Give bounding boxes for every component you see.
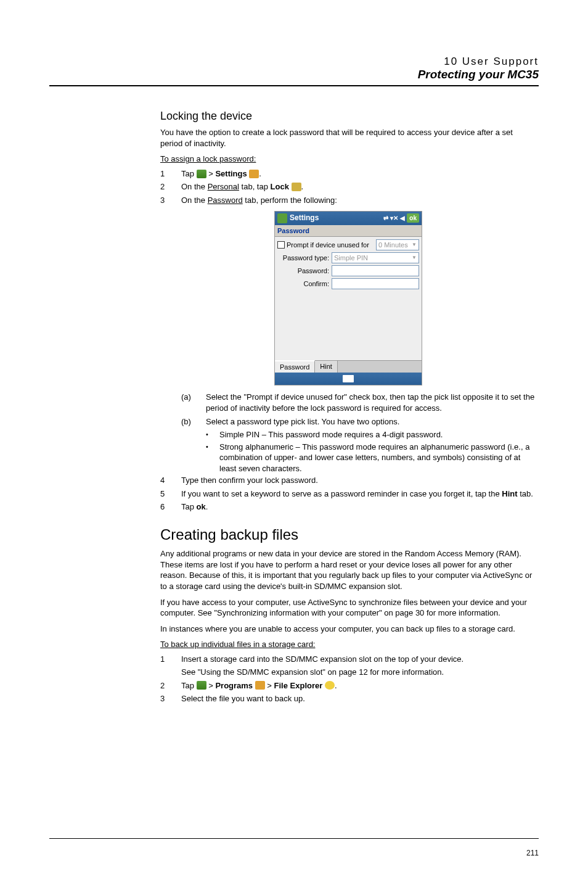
dropdown-arrow-icon: ▼ bbox=[412, 255, 417, 262]
step-number: 1 bbox=[160, 168, 181, 179]
substep-text: Select the "Prompt if device unused for"… bbox=[206, 392, 536, 413]
step-text: Insert a storage card into the SD/MMC ex… bbox=[181, 654, 536, 678]
confirm-input[interactable] bbox=[332, 278, 419, 289]
connectivity-icon: ⇄ bbox=[383, 214, 388, 223]
header-title: Protecting your MC35 bbox=[49, 68, 539, 81]
tab-password[interactable]: Password bbox=[275, 360, 315, 373]
wm-tray: ⇄ ▾✕ ◀ ok bbox=[383, 213, 419, 223]
step-number: 3 bbox=[160, 195, 181, 206]
backup-para1: Any additional programs or new data in y… bbox=[160, 548, 536, 591]
step-number: 2 bbox=[160, 181, 181, 192]
step-number: 3 bbox=[160, 693, 181, 704]
prompt-label: Prompt if device unused for bbox=[287, 241, 376, 249]
substep-label: (a) bbox=[181, 392, 206, 413]
dropdown-arrow-icon: ▼ bbox=[412, 242, 417, 249]
step-text: Tap > Settings . bbox=[181, 168, 536, 179]
confirm-label: Confirm: bbox=[277, 280, 332, 287]
backup-para3: In instances where you are unable to acc… bbox=[160, 624, 536, 635]
step-number: 4 bbox=[160, 475, 181, 486]
keyboard-icon[interactable] bbox=[343, 375, 354, 382]
bullet-text: Strong alphanumeric – This password mode… bbox=[219, 442, 536, 474]
wm-footer bbox=[275, 373, 422, 385]
header-rule bbox=[49, 85, 539, 86]
procedure-heading-backup: To back up individual files in a storage… bbox=[160, 639, 536, 650]
section-heading-backup: Creating backup files bbox=[160, 525, 536, 545]
bullet-marker: • bbox=[206, 429, 219, 440]
ok-button[interactable]: ok bbox=[407, 213, 419, 223]
step-text: On the Personal tab, tap Lock . bbox=[181, 181, 536, 192]
file-explorer-icon bbox=[325, 681, 335, 690]
step-number: 2 bbox=[160, 680, 181, 691]
prompt-checkbox[interactable] bbox=[277, 241, 285, 249]
step-text: Type then confirm your lock password. bbox=[181, 475, 536, 486]
lock-icon bbox=[292, 183, 301, 191]
step-text: On the Password tab, perform the followi… bbox=[181, 195, 536, 206]
step-number: 1 bbox=[160, 654, 181, 678]
tab-hint[interactable]: Hint bbox=[315, 361, 338, 373]
volume-icon: ◀ bbox=[400, 214, 405, 223]
prompt-duration-picker[interactable]: 0 Minutes▼ bbox=[376, 239, 419, 250]
password-label: Password: bbox=[277, 267, 332, 274]
step-number: 5 bbox=[160, 488, 181, 500]
wm-screen-label: Password bbox=[275, 225, 422, 237]
device-screenshot: Settings ⇄ ▾✕ ◀ ok Password Prompt if de… bbox=[274, 211, 422, 386]
step-number: 6 bbox=[160, 501, 181, 513]
password-type-picker[interactable]: Simple PIN▼ bbox=[332, 252, 419, 263]
step-text: Tap ok. bbox=[181, 501, 536, 513]
substep-label: (b) bbox=[181, 416, 206, 427]
intro-para: You have the option to create a lock pas… bbox=[160, 127, 536, 149]
backup-para2: If you have access to your computer, use… bbox=[160, 597, 536, 619]
start-icon bbox=[197, 681, 206, 690]
substep-text: Select a password type pick list. You ha… bbox=[206, 416, 536, 427]
programs-icon bbox=[255, 681, 265, 690]
step-text: Select the file you want to back up. bbox=[181, 693, 536, 704]
section-heading-locking: Locking the device bbox=[160, 109, 536, 123]
start-icon bbox=[197, 170, 206, 178]
procedure-heading-assign: To assign a lock password: bbox=[160, 154, 536, 165]
password-type-label: Password type: bbox=[277, 254, 332, 262]
start-flag-icon[interactable] bbox=[277, 213, 287, 223]
signal-icon: ▾✕ bbox=[390, 214, 398, 223]
step-text: If you want to set a keyword to serve as… bbox=[181, 488, 536, 500]
bullet-marker: • bbox=[206, 442, 219, 474]
page-number: 211 bbox=[526, 849, 539, 857]
bullet-text: Simple PIN – This password mode requires… bbox=[219, 429, 536, 440]
wm-title-text: Settings bbox=[290, 213, 319, 223]
footer-rule bbox=[49, 838, 539, 839]
header-section: 10 User Support bbox=[49, 56, 539, 68]
password-input[interactable] bbox=[332, 265, 419, 276]
step-text: Tap > Programs > File Explorer . bbox=[181, 680, 536, 691]
settings-icon bbox=[249, 170, 259, 178]
wm-titlebar: Settings ⇄ ▾✕ ◀ ok bbox=[275, 212, 422, 225]
